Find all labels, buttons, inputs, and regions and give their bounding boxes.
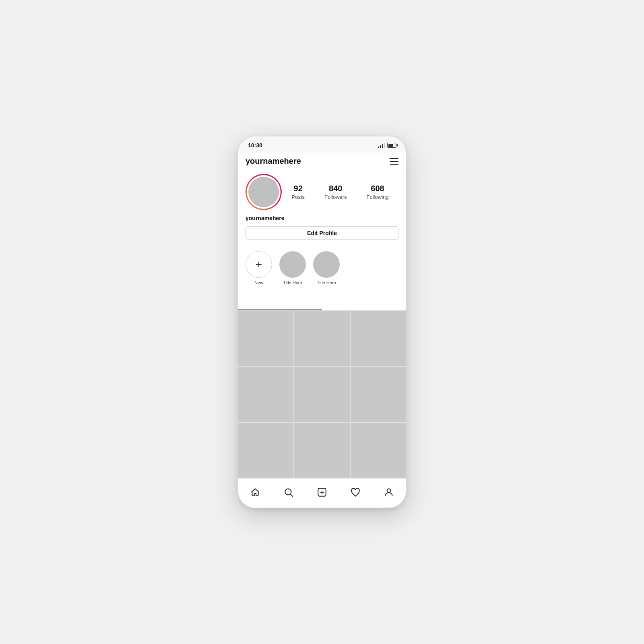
home-nav-button[interactable] [246, 483, 264, 501]
status-icons [378, 142, 396, 148]
profile-name: yournamehere [246, 215, 398, 221]
tab-grid[interactable] [238, 290, 322, 310]
grid-cell-4[interactable] [238, 367, 293, 422]
profile-section: 92 Posts 840 Followers 608 Following you… [238, 170, 406, 246]
followers-count: 840 [329, 184, 342, 193]
following-count: 608 [371, 184, 384, 193]
edit-profile-button[interactable]: Edit Profile [246, 226, 398, 240]
grid-cell-5[interactable] [294, 367, 349, 422]
story-label-1: Title Here [283, 280, 302, 285]
heart-nav-button[interactable] [347, 483, 364, 501]
followers-stat[interactable]: 840 Followers [324, 184, 347, 200]
grid-cell-7[interactable] [238, 423, 293, 478]
grid-cell-3[interactable] [351, 311, 406, 366]
story-new-label: New [254, 280, 263, 285]
profile-username-header: yournamehere [246, 157, 301, 166]
bottom-nav [238, 478, 406, 508]
story-circle-2 [313, 251, 340, 278]
tab-tagged[interactable] [322, 290, 406, 310]
posts-stat[interactable]: 92 Posts [291, 184, 305, 200]
add-story-button[interactable]: + [246, 251, 272, 278]
status-bar: 10:30 [238, 136, 406, 153]
tabs-section [238, 290, 406, 311]
following-stat[interactable]: 608 Following [367, 184, 389, 200]
stats-container: 92 Posts 840 Followers 608 Following [282, 184, 398, 200]
stories-section: + New Title Here Title Here [238, 246, 406, 290]
grid-cell-6[interactable] [351, 367, 406, 422]
top-nav: yournamehere [238, 153, 406, 170]
avatar-container [246, 174, 282, 210]
svg-point-11 [387, 489, 391, 492]
grid-cell-2[interactable] [294, 311, 349, 366]
search-nav-button[interactable] [280, 483, 297, 501]
avatar [248, 177, 279, 207]
story-item-2[interactable]: Title Here [313, 251, 340, 285]
following-label: Following [367, 194, 389, 200]
profile-nav-button[interactable] [380, 483, 398, 501]
grid-cell-1[interactable] [238, 311, 293, 366]
hamburger-menu-button[interactable] [390, 158, 398, 165]
grid-cell-8[interactable] [294, 423, 349, 478]
svg-point-6 [285, 489, 291, 495]
battery-icon [387, 143, 396, 148]
story-item-1[interactable]: Title Here [279, 251, 306, 285]
profile-stats-row: 92 Posts 840 Followers 608 Following [246, 174, 398, 210]
story-circle-1 [279, 251, 306, 278]
story-new-item: + New [246, 251, 272, 285]
grid-cell-9[interactable] [351, 423, 406, 478]
posts-count: 92 [294, 184, 303, 193]
signal-icon [378, 142, 385, 148]
photo-grid [238, 311, 406, 478]
stories-row: + New Title Here Title Here [246, 251, 398, 285]
story-label-2: Title Here [317, 280, 336, 285]
status-time: 10:30 [248, 142, 262, 149]
avatar-ring [246, 174, 282, 210]
posts-label: Posts [291, 194, 305, 200]
svg-line-7 [291, 494, 293, 497]
followers-label: Followers [324, 194, 347, 200]
phone-frame: 10:30 yournamehere [237, 136, 407, 508]
add-nav-button[interactable] [313, 483, 331, 501]
